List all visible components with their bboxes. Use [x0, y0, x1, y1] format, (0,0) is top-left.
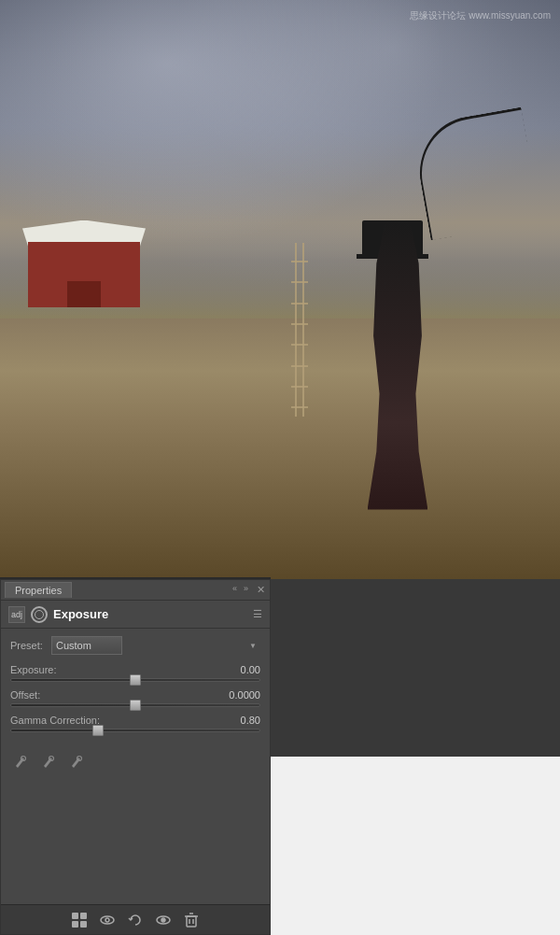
gamma-label: Gamma Correction: — [10, 715, 100, 726]
gamma-slider-row: Gamma Correction: 0.80 — [10, 715, 260, 732]
panel-menu-icon[interactable]: ☰ — [253, 608, 262, 620]
collapse-left-icon[interactable]: « — [232, 584, 240, 591]
svg-rect-11 — [187, 916, 196, 927]
svg-rect-4 — [80, 913, 87, 919]
ground-overlay — [0, 319, 560, 579]
eyedropper-white-point[interactable] — [66, 751, 87, 772]
svg-rect-6 — [80, 921, 87, 928]
collapse-right-icon[interactable]: » — [244, 584, 251, 591]
barn-body — [28, 242, 140, 307]
ladder-rung — [291, 303, 308, 305]
svg-rect-5 — [72, 921, 78, 928]
ladder-element — [291, 243, 308, 417]
preset-select[interactable]: CustomDefaultDarker (-1.0)Darker (-2.0)L… — [51, 636, 122, 655]
svg-rect-3 — [72, 913, 78, 919]
gamma-label-row: Gamma Correction: 0.80 — [10, 715, 260, 726]
eyedropper-black-point[interactable] — [10, 751, 31, 772]
panel-bottom-bar — [1, 904, 270, 934]
gamma-thumb[interactable] — [92, 725, 104, 736]
ladder-rung — [291, 406, 308, 408]
adjustment-layer-icon: adj — [8, 606, 25, 623]
properties-panel: Properties « » ✕ adj Exposure ☰ Preset: … — [0, 579, 271, 935]
svg-point-8 — [105, 918, 109, 922]
panel-header: adj Exposure ☰ — [1, 601, 270, 629]
exposure-slider-row: Exposure: 0.00 — [10, 664, 260, 682]
barn-element — [28, 220, 140, 307]
figure-element — [347, 220, 448, 510]
exposure-label: Exposure: — [10, 664, 57, 675]
eyedropper-tools-row — [10, 745, 260, 777]
ladder-left-side — [295, 243, 297, 417]
panel-tab-bar: Properties « » ✕ — [1, 580, 270, 601]
visibility-button[interactable] — [99, 912, 116, 928]
white-canvas-area — [271, 757, 560, 935]
add-adjustment-button[interactable] — [71, 912, 88, 928]
preset-select-wrapper: CustomDefaultDarker (-1.0)Darker (-2.0)L… — [51, 636, 260, 655]
watermark-text: 思缘设计论坛 www.missyuan.com — [410, 9, 551, 22]
exposure-track[interactable] — [10, 678, 260, 682]
offset-label: Offset: — [10, 689, 40, 701]
panel-body: Preset: CustomDefaultDarker (-1.0)Darker… — [1, 629, 270, 785]
preset-row: Preset: CustomDefaultDarker (-1.0)Darker… — [10, 636, 260, 655]
figure-body — [368, 220, 428, 510]
svg-point-10 — [161, 918, 165, 922]
ladder-rung — [291, 386, 308, 388]
exposure-value: 0.00 — [218, 664, 260, 675]
preset-label: Preset: — [10, 640, 46, 651]
eyedropper-gray-point[interactable] — [38, 751, 59, 772]
collapse-icons: « » — [232, 584, 251, 591]
ladder-rung — [291, 261, 308, 262]
tab-properties[interactable]: Properties — [5, 582, 72, 598]
offset-track[interactable] — [10, 703, 260, 707]
ladder-rung — [291, 365, 308, 367]
panel-title: Exposure — [53, 607, 108, 621]
ladder-rung — [291, 281, 308, 283]
ladder-right-side — [302, 243, 304, 417]
offset-thumb[interactable] — [130, 700, 141, 711]
gamma-track[interactable] — [10, 729, 260, 732]
gamma-value: 0.80 — [218, 715, 260, 726]
offset-value: 0.0000 — [218, 689, 260, 701]
ladder-rung — [291, 344, 308, 346]
photo-canvas: 思缘设计论坛 www.missyuan.com — [0, 0, 560, 579]
preview-button[interactable] — [155, 912, 172, 928]
offset-slider-row: Offset: 0.0000 — [10, 689, 260, 707]
camera-icon[interactable] — [31, 606, 48, 623]
panel-close-button[interactable]: ✕ — [255, 584, 266, 595]
delete-button[interactable] — [183, 912, 200, 928]
svg-point-7 — [101, 916, 114, 924]
exposure-thumb[interactable] — [130, 674, 141, 686]
ladder-rung — [291, 323, 308, 325]
reset-button[interactable] — [127, 912, 144, 928]
barn-door — [67, 281, 101, 307]
